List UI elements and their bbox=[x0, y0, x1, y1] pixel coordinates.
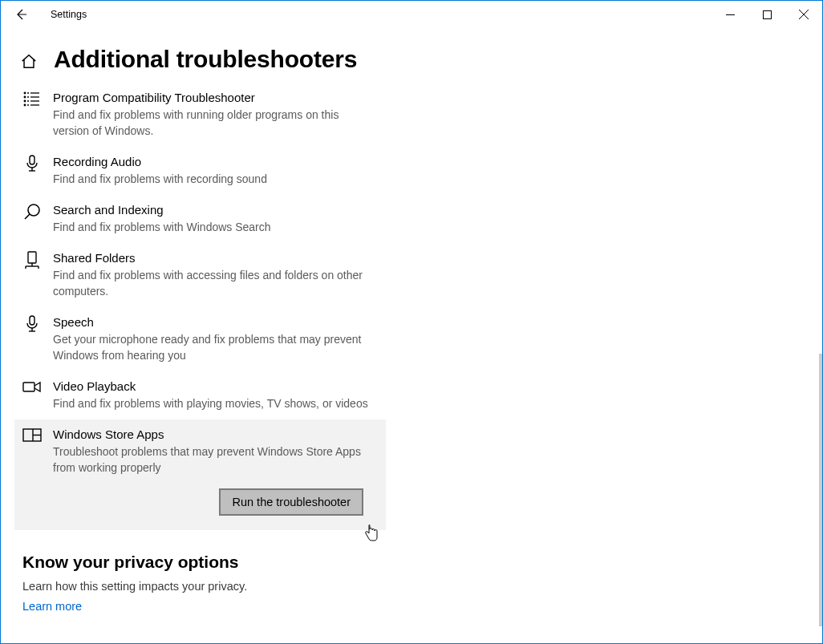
search-icon bbox=[22, 202, 42, 235]
ts-title: Video Playback bbox=[53, 379, 368, 395]
svg-point-7 bbox=[24, 104, 26, 106]
learn-more-link[interactable]: Learn more bbox=[22, 600, 82, 613]
ts-item-shared-folders[interactable]: Shared Folders Find and fix problems wit… bbox=[14, 243, 386, 307]
ts-item-recording-audio[interactable]: Recording Audio Find and fix problems wi… bbox=[14, 147, 386, 195]
ts-desc: Find and fix problems with accessing fil… bbox=[53, 267, 378, 299]
ts-item-store-apps[interactable]: Windows Store Apps Troubleshoot problems… bbox=[14, 419, 386, 530]
titlebar: Settings bbox=[1, 1, 822, 28]
ts-title: Search and Indexing bbox=[53, 202, 271, 218]
page-title: Additional troubleshooters bbox=[54, 46, 357, 73]
window-controls bbox=[712, 2, 822, 27]
network-computer-icon bbox=[22, 250, 42, 299]
ts-item-search-indexing[interactable]: Search and Indexing Find and fix problem… bbox=[14, 195, 386, 243]
maximize-button[interactable] bbox=[748, 2, 785, 27]
ts-desc: Find and fix problems with running older… bbox=[53, 107, 378, 139]
ts-desc: Find and fix problems with Windows Searc… bbox=[53, 219, 271, 235]
privacy-heading: Know your privacy options bbox=[22, 553, 822, 572]
home-icon[interactable] bbox=[20, 53, 38, 71]
ts-desc: Troubleshoot problems that may prevent W… bbox=[53, 444, 378, 476]
scrollbar[interactable] bbox=[819, 354, 822, 626]
svg-point-4 bbox=[24, 92, 26, 94]
svg-point-5 bbox=[24, 96, 26, 98]
ts-item-video-playback[interactable]: Video Playback Find and fix problems wit… bbox=[14, 371, 386, 419]
ts-desc: Find and fix problems with playing movie… bbox=[53, 395, 368, 411]
app-grid-icon bbox=[22, 427, 42, 516]
ts-title: Shared Folders bbox=[53, 250, 378, 266]
ts-title: Speech bbox=[53, 314, 378, 330]
svg-point-6 bbox=[24, 100, 26, 102]
ts-item-program-compat[interactable]: Program Compatibility Troubleshooter Fin… bbox=[14, 83, 386, 147]
svg-rect-16 bbox=[30, 156, 34, 164]
svg-rect-29 bbox=[23, 383, 34, 391]
maximize-icon bbox=[763, 10, 772, 19]
back-button[interactable] bbox=[9, 2, 33, 26]
close-button[interactable] bbox=[785, 2, 822, 27]
microphone-icon bbox=[22, 154, 42, 187]
ts-desc: Get your microphone ready and fix proble… bbox=[53, 331, 378, 363]
ts-title: Program Compatibility Troubleshooter bbox=[53, 90, 378, 106]
page-header: Additional troubleshooters bbox=[1, 28, 822, 83]
minimize-icon bbox=[726, 10, 735, 19]
svg-point-19 bbox=[28, 205, 39, 216]
window-title: Settings bbox=[51, 9, 87, 20]
ts-item-speech[interactable]: Speech Get your microphone ready and fix… bbox=[14, 307, 386, 371]
svg-rect-21 bbox=[28, 252, 36, 263]
ts-title: Recording Audio bbox=[53, 154, 267, 170]
arrow-left-icon bbox=[14, 7, 28, 22]
ts-title: Windows Store Apps bbox=[53, 427, 378, 443]
svg-rect-1 bbox=[763, 10, 771, 18]
close-icon bbox=[799, 10, 809, 19]
run-troubleshooter-button[interactable]: Run the troubleshooter bbox=[219, 488, 363, 516]
list-icon bbox=[22, 90, 42, 139]
troubleshooters-list: Program Compatibility Troubleshooter Fin… bbox=[1, 83, 386, 530]
svg-rect-26 bbox=[30, 316, 34, 325]
microphone-icon bbox=[22, 314, 42, 363]
privacy-desc: Learn how this setting impacts your priv… bbox=[22, 580, 822, 593]
svg-line-20 bbox=[25, 214, 30, 219]
video-camera-icon bbox=[22, 379, 42, 411]
minimize-button[interactable] bbox=[712, 2, 748, 27]
privacy-section: Know your privacy options Learn how this… bbox=[1, 530, 822, 614]
ts-desc: Find and fix problems with recording sou… bbox=[53, 171, 267, 187]
